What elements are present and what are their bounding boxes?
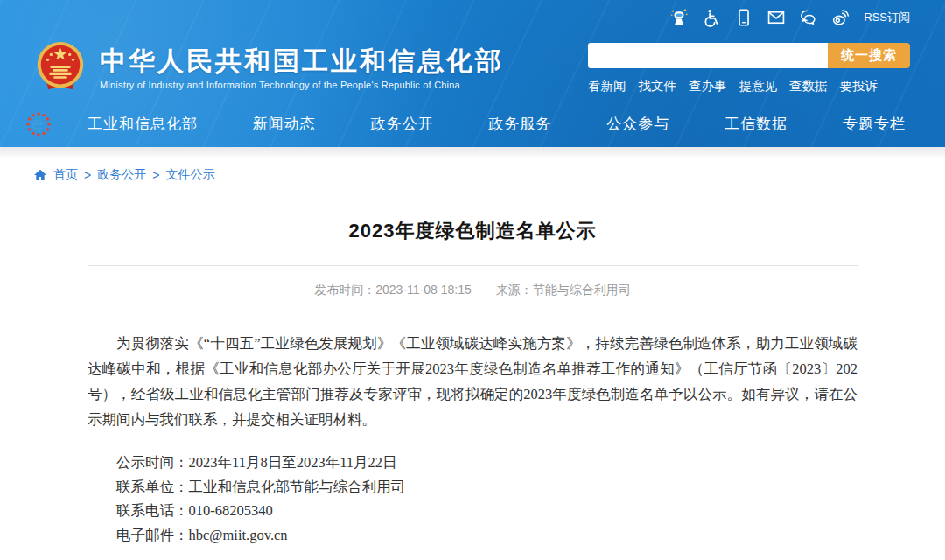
quick-link-files[interactable]: 找文件 xyxy=(639,78,677,94)
site-header: RSS订阅 中华人民共和国工业和信息化部 Ministry of Industr… xyxy=(0,0,945,147)
search-button[interactable]: 统一搜索 xyxy=(828,43,910,68)
source-label: 来源： xyxy=(496,283,533,297)
quick-link-complaints[interactable]: 要投诉 xyxy=(840,78,878,94)
nav-item-miit[interactable]: 工业和信息化部 xyxy=(88,114,198,134)
breadcrumb-current[interactable]: 文件公示 xyxy=(165,167,214,183)
breadcrumb-separator: > xyxy=(84,168,91,182)
nav-item-data[interactable]: 工信数据 xyxy=(724,114,788,134)
mobile-icon[interactable] xyxy=(734,8,753,27)
article: 2023年度绿色制造名单公示 发布时间：2023-11-08 18:15来源：节… xyxy=(88,218,858,547)
home-icon[interactable] xyxy=(33,168,47,182)
breadcrumb-gov-open[interactable]: 政务公开 xyxy=(97,167,146,183)
mail-icon[interactable] xyxy=(766,8,786,27)
nav-item-gov-service[interactable]: 政务服务 xyxy=(488,114,551,134)
title-divider xyxy=(88,265,858,266)
site-title: 中华人民共和国工业和信息化部 xyxy=(100,46,504,76)
quick-link-data[interactable]: 查数据 xyxy=(789,78,828,94)
national-emblem-icon xyxy=(33,40,88,94)
header-shadow xyxy=(0,147,945,158)
search-area: 统一搜索 看新闻 找文件 查办事 提意见 查数据 要投诉 xyxy=(588,43,910,101)
mascot-icon[interactable] xyxy=(669,8,689,27)
publish-time-value: 2023-11-08 18:15 xyxy=(375,283,472,297)
contact-unit-line: 联系单位：工业和信息化部节能与综合利用司 xyxy=(88,475,858,500)
search-input[interactable] xyxy=(588,43,828,68)
quick-link-services[interactable]: 查办事 xyxy=(689,78,727,94)
weibo-icon[interactable] xyxy=(831,8,850,27)
breadcrumb-home[interactable]: 首页 xyxy=(53,167,78,183)
contact-block: 公示时间：2023年11月8日至2023年11月22日 联系单位：工业和信息化部… xyxy=(88,451,858,547)
nav-item-participation[interactable]: 公众参与 xyxy=(606,114,669,134)
nav-item-news[interactable]: 新闻动态 xyxy=(253,114,316,134)
nav-items: 工业和信息化部 新闻动态 政务公开 政务服务 公众参与 工信数据 专题专栏 xyxy=(88,114,906,134)
nav-item-gov-open[interactable]: 政务公开 xyxy=(371,114,434,134)
header-main: 中华人民共和国工业和信息化部 Ministry of Industry and … xyxy=(0,35,945,101)
accessibility-icon[interactable] xyxy=(702,8,721,27)
quick-link-suggestions[interactable]: 提意见 xyxy=(739,78,778,94)
main-nav: 工业和信息化部 新闻动态 政务公开 政务服务 公众参与 工信数据 专题专栏 xyxy=(0,101,945,147)
quick-links: 看新闻 找文件 查办事 提意见 查数据 要投诉 xyxy=(588,78,910,94)
notice-period-line: 公示时间：2023年11月8日至2023年11月22日 xyxy=(88,451,858,475)
rss-subscribe-link[interactable]: RSS订阅 xyxy=(864,10,910,25)
site-title-en: Ministry of Industry and Information Tec… xyxy=(100,80,504,90)
nav-item-topics[interactable]: 专题专栏 xyxy=(843,114,906,134)
contact-phone-line: 联系电话：010-68205340 xyxy=(88,499,858,523)
gov-site-logo-icon xyxy=(24,110,52,138)
brand[interactable]: 中华人民共和国工业和信息化部 Ministry of Industry and … xyxy=(33,35,504,101)
publish-time-label: 发布时间： xyxy=(314,283,375,297)
topbar: RSS订阅 xyxy=(0,0,945,35)
breadcrumb: 首页 > 政务公开 > 文件公示 xyxy=(0,158,945,190)
article-meta: 发布时间：2023-11-08 18:15来源：节能与综合利用司 xyxy=(88,283,858,298)
brand-text: 中华人民共和国工业和信息化部 Ministry of Industry and … xyxy=(100,46,504,90)
quick-link-news[interactable]: 看新闻 xyxy=(588,78,626,94)
contact-email-line: 电子邮件：hbc@miit.gov.cn xyxy=(88,523,858,548)
article-body: 为贯彻落实《“十四五”工业绿色发展规划》《工业领域碳达峰实施方案》，持续完善绿色… xyxy=(88,331,858,547)
article-paragraph: 为贯彻落实《“十四五”工业绿色发展规划》《工业领域碳达峰实施方案》，持续完善绿色… xyxy=(88,331,858,432)
article-title: 2023年度绿色制造名单公示 xyxy=(88,218,858,244)
breadcrumb-separator: > xyxy=(152,168,159,182)
wechat-icon[interactable] xyxy=(799,8,818,27)
source-value: 节能与综合利用司 xyxy=(533,283,631,297)
